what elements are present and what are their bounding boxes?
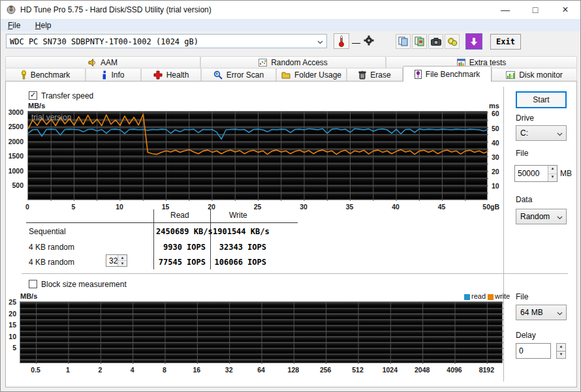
toolbar: WDC PC SN730 SDBPNTY-1T00-1002 (1024 gB)… — [1, 31, 580, 56]
block-chart-canvas — [20, 302, 503, 364]
stepper-arrows[interactable]: ▲▼ — [118, 255, 127, 266]
copy-screenshot-button[interactable] — [412, 34, 427, 49]
drive-dropdown[interactable]: C: — [516, 125, 567, 141]
queue-depth-value: 32 — [109, 256, 118, 265]
queue-depth-stepper[interactable]: 32 ▲▼ — [106, 254, 127, 267]
tick-label: 3000 — [8, 108, 24, 116]
data-pattern-dropdown[interactable]: Random — [516, 209, 567, 224]
trash-icon — [358, 70, 366, 80]
tab-disk-monitor[interactable]: Disk monitor — [492, 68, 577, 82]
row-label-sequential: Sequential — [29, 227, 66, 236]
tick-label: 2000 — [8, 138, 24, 145]
block-file-dropdown[interactable]: 64 MB — [516, 305, 567, 320]
copy-results-button[interactable] — [396, 34, 411, 49]
up-arrow-icon[interactable]: ▲ — [118, 255, 127, 261]
random-read-value: 9930 IOPS — [156, 243, 206, 252]
tab-folder-usage[interactable]: Folder Usage — [276, 68, 347, 82]
tab-label: File Benchmark — [426, 70, 480, 79]
panel-separator — [503, 87, 504, 382]
column-header-read: Read — [170, 211, 189, 220]
block-size-checkbox[interactable] — [29, 280, 37, 288]
down-arrow-icon[interactable]: ▼ — [548, 174, 557, 182]
transfer-speed-chart: trial version — [27, 111, 488, 200]
block-size-label: Block size measurement — [41, 280, 127, 289]
block-size-chart — [20, 301, 503, 363]
chevron-down-icon — [557, 127, 563, 139]
tick-label: 35 — [346, 203, 354, 211]
tick-label: 2 — [98, 366, 102, 374]
file-size-label: File — [516, 149, 528, 158]
tick-label: 20 — [8, 310, 16, 318]
menu-file[interactable]: File — [2, 20, 26, 31]
tick-label: 20 — [492, 168, 499, 175]
tab-health[interactable]: Health — [141, 68, 201, 82]
tick-label: 10 — [8, 333, 16, 340]
sequential-write-value: 1901544 KB/s — [213, 227, 266, 236]
exit-button[interactable]: Exit — [490, 34, 521, 50]
tick-label: 45 — [438, 203, 446, 211]
table-divider — [153, 209, 154, 269]
screenshot-button[interactable] — [428, 34, 443, 49]
up-arrow-icon[interactable]: ▲ — [556, 343, 566, 351]
transfer-chart-canvas — [28, 112, 488, 201]
drive-select[interactable]: WDC PC SN730 SDBPNTY-1T00-1002 (1024 gB) — [6, 34, 327, 48]
tick-label: 8 — [163, 366, 166, 374]
tick-label: 30 — [300, 203, 307, 211]
maximize-button[interactable]: □ — [520, 1, 550, 19]
tab-error-scan[interactable]: Error Scan — [201, 68, 276, 82]
random-qd-read-value: 77545 IOPS — [156, 258, 206, 267]
tick-label: 4096 — [447, 366, 462, 374]
window-title: HD Tune Pro 5.75 - Hard Disk/SSD Utility… — [20, 5, 212, 14]
file-size-unit: MB — [560, 169, 572, 178]
down-arrow-icon[interactable]: ▼ — [556, 351, 566, 359]
info-icon — [102, 70, 107, 80]
transfer-speed-checkbox[interactable] — [29, 91, 37, 100]
tick-label: 0.5 — [31, 366, 40, 374]
y-axis-unit-left: MB/s — [28, 102, 45, 110]
tab-label: Health — [166, 70, 189, 80]
thermometer-icon — [338, 35, 345, 47]
file-size-value: 50000 — [518, 169, 539, 178]
legend-read-swatch — [464, 294, 470, 300]
options-button[interactable] — [445, 34, 460, 49]
transfer-speed-label: Transfer speed — [41, 91, 93, 100]
benchmark-icon — [21, 70, 27, 80]
download-arrow-icon — [470, 37, 478, 46]
tick-label: 8192 — [479, 366, 494, 374]
start-button[interactable]: Start — [516, 91, 567, 108]
chevron-down-icon — [557, 211, 563, 222]
app-window: HD Tune Pro 5.75 - Hard Disk/SSD Utility… — [0, 0, 581, 392]
block-file-label: File — [516, 292, 528, 301]
minimize-button[interactable]: — — [490, 1, 520, 19]
gear-icon[interactable] — [364, 35, 374, 48]
down-arrow-icon[interactable]: ▼ — [118, 261, 127, 266]
legend-write-label: write — [495, 292, 510, 300]
tick-label: 1500 — [8, 152, 24, 160]
drive-select-value: WDC PC SN730 SDBPNTY-1T00-1002 (1024 gB) — [10, 37, 198, 46]
tick-label: 32 — [225, 366, 233, 374]
tab-file-benchmark[interactable]: File Benchmark — [403, 66, 492, 82]
tick-label: 2048 — [415, 366, 430, 374]
delay-stepper[interactable]: ▲▼ — [556, 343, 566, 359]
scatter-chart-icon — [259, 59, 267, 67]
data-label: Data — [516, 195, 532, 204]
tab-erase[interactable]: Erase — [347, 68, 403, 82]
stepper-arrows[interactable]: ▲▼ — [548, 166, 557, 181]
random-write-value: 32343 IOPS — [213, 243, 266, 252]
tab-info[interactable]: Info — [86, 68, 141, 82]
table-divider — [210, 209, 211, 269]
tab-label: Error Scan — [227, 70, 264, 80]
close-button[interactable]: × — [550, 1, 580, 19]
tick-label: 15 — [162, 203, 170, 211]
delay-input[interactable]: 0 — [516, 343, 551, 359]
up-arrow-icon[interactable]: ▲ — [548, 166, 557, 174]
menu-help[interactable]: Help — [29, 20, 57, 31]
temperature-button[interactable] — [334, 33, 349, 49]
tab-aam[interactable]: AAM — [5, 56, 200, 68]
tab-benchmark[interactable]: Benchmark — [5, 68, 86, 82]
tick-label: 5 — [72, 203, 76, 211]
data-pattern-value: Random — [520, 212, 550, 221]
save-results-button[interactable] — [465, 33, 482, 50]
tab-random-access[interactable]: Random Access — [200, 56, 386, 68]
file-size-stepper[interactable]: 50000 ▲▼ — [514, 165, 557, 182]
